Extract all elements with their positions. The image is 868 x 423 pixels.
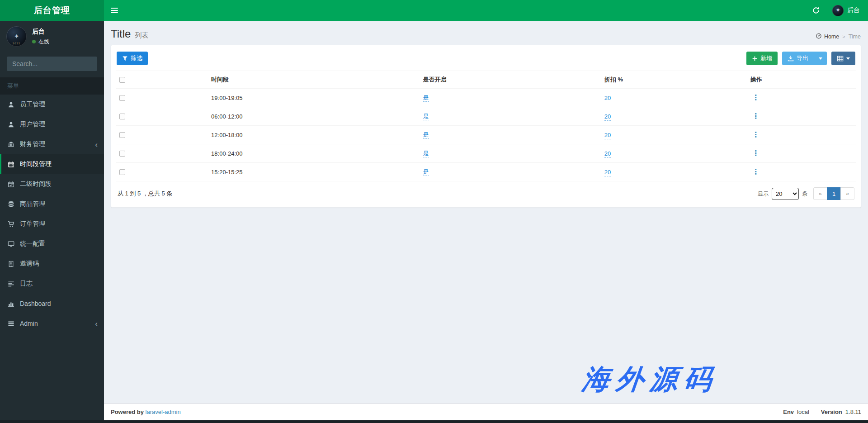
navbar-right: ✦ 后台 <box>806 0 868 21</box>
content-header: Title 列表 Home > Time <box>104 21 868 44</box>
sidebar-item-dashboard[interactable]: Dashboard <box>0 294 104 314</box>
sidebar-item-label: 员工管理 <box>20 100 45 109</box>
per-page-select[interactable]: 20 <box>772 188 799 200</box>
per-page-label: 显示 <box>758 190 769 198</box>
per-page-unit: 条 <box>802 190 807 198</box>
filter-icon <box>122 56 128 62</box>
discount-editable-link[interactable]: 20 <box>604 113 611 121</box>
grid-footer: 从 1 到 5 ，总共 5 条 显示 20 条 « 1 » <box>116 181 856 203</box>
filter-button-label: 筛选 <box>131 54 142 62</box>
row-actions-button[interactable]: ⋮ <box>750 131 761 138</box>
pagination-next-button[interactable]: » <box>840 187 854 200</box>
version-value: 1.8.11 <box>845 409 861 415</box>
row-actions-button[interactable]: ⋮ <box>750 150 761 157</box>
breadcrumb-current: Time <box>849 33 861 40</box>
online-status-dot <box>32 40 36 43</box>
enabled-editable-link[interactable]: 是 <box>423 94 429 102</box>
enabled-editable-link[interactable]: 是 <box>423 168 429 176</box>
download-icon <box>788 55 794 62</box>
app-logo[interactable]: 后台管理 <box>0 0 104 21</box>
admin-app: 后台管理 ✦ 后台 ✦ 2022 后台 <box>0 0 868 423</box>
discount-editable-link[interactable]: 20 <box>604 150 611 158</box>
table-row: 19:00-19:05是20⋮ <box>116 89 856 107</box>
desktop-icon <box>7 241 15 247</box>
row-actions-button[interactable]: ⋮ <box>750 168 761 176</box>
select-all-checkbox[interactable] <box>119 77 125 83</box>
row-actions-button[interactable]: ⋮ <box>750 94 761 101</box>
version-label: Version <box>821 409 842 415</box>
sidebar-item-label: 邀请码 <box>20 260 39 268</box>
chevron-left-icon: ‹ <box>95 141 98 148</box>
discount-editable-link[interactable]: 20 <box>604 169 611 176</box>
sidebar-user-panel: ✦ 2022 后台 在线 <box>0 21 104 53</box>
column-header-discount: 折扣 % <box>601 71 747 89</box>
powered-by-label: Powered by <box>111 409 144 415</box>
caret-down-icon <box>846 57 850 60</box>
laravel-admin-link[interactable]: laravel-admin <box>146 409 181 415</box>
breadcrumb: Home > Time <box>816 33 861 40</box>
sidebar-item-staff[interactable]: 员工管理 <box>0 95 104 114</box>
chevron-left-icon: ‹ <box>95 320 98 328</box>
navbar-user-menu[interactable]: ✦ 后台 <box>826 0 868 21</box>
sidebar-item-label: 财务管理 <box>20 140 45 148</box>
sidebar-item-logs[interactable]: 日志 <box>0 274 104 294</box>
sidebar-item-finance[interactable]: 财务管理‹ <box>0 134 104 154</box>
create-button[interactable]: 新增 <box>746 52 778 65</box>
table-row: 18:00-24:00是20⋮ <box>116 144 856 163</box>
sidebar-user-status: 在线 <box>32 38 49 46</box>
sidebar-user-status-label: 在线 <box>38 38 49 46</box>
sidebar-item-goods[interactable]: 商品管理 <box>0 194 104 214</box>
sidebar-toggle-button[interactable] <box>104 0 125 21</box>
sidebar: ✦ 2022 后台 在线 菜单 员工管理用户管理财务管理‹时间段管理二级时间段商… <box>0 21 104 420</box>
sidebar-item-time-period[interactable]: 时间段管理 <box>0 154 104 174</box>
row-checkbox[interactable] <box>119 132 125 138</box>
main-footer: Powered by laravel-admin Env local Versi… <box>104 403 868 420</box>
top-navbar: 后台管理 ✦ 后台 <box>0 0 868 21</box>
pagination-prev-button[interactable]: « <box>813 187 827 200</box>
sidebar-item-label: 订单管理 <box>20 220 45 228</box>
table-header-row: 时间段 是否开启 折扣 % 操作 <box>116 71 856 89</box>
row-checkbox[interactable] <box>119 114 125 119</box>
page-title: Title <box>111 28 131 40</box>
sidebar-item-config[interactable]: 统一配置 <box>0 234 104 254</box>
user-icon <box>7 121 15 128</box>
cell-period: 19:00-19:05 <box>208 89 419 107</box>
grid-icon <box>837 55 844 62</box>
sidebar-item-invite-code[interactable]: 邀请码 <box>0 254 104 274</box>
sidebar-item-sub-period[interactable]: 二级时间段 <box>0 174 104 194</box>
enabled-editable-link[interactable]: 是 <box>423 150 429 157</box>
grid-box: 筛选 新增 导出 <box>111 45 861 208</box>
discount-editable-link[interactable]: 20 <box>604 95 611 102</box>
row-checkbox[interactable] <box>119 95 125 101</box>
column-selector-button[interactable] <box>831 52 855 65</box>
row-checkbox[interactable] <box>119 151 125 157</box>
row-actions-button[interactable]: ⋮ <box>750 113 761 120</box>
app-logo-text: 后台管理 <box>34 5 70 16</box>
table-row: 12:00-18:00是20⋮ <box>116 126 856 144</box>
sidebar-item-orders[interactable]: 订单管理 <box>0 214 104 234</box>
export-dropdown-toggle[interactable] <box>814 52 827 65</box>
row-checkbox[interactable] <box>119 169 125 175</box>
page-subtitle: 列表 <box>135 31 148 40</box>
export-button[interactable]: 导出 <box>782 52 814 65</box>
list-icon <box>7 320 15 327</box>
column-header-enabled: 是否开启 <box>420 71 601 89</box>
refresh-button[interactable] <box>806 0 826 21</box>
enabled-editable-link[interactable]: 是 <box>423 131 429 139</box>
user-md-icon <box>7 101 15 108</box>
column-header-actions: 操作 <box>747 71 856 89</box>
sidebar-item-label: 用户管理 <box>20 120 45 128</box>
discount-editable-link[interactable]: 20 <box>604 132 611 139</box>
breadcrumb-home-link[interactable]: Home <box>816 33 839 40</box>
enabled-editable-link[interactable]: 是 <box>423 113 429 120</box>
search-input[interactable] <box>7 57 97 71</box>
gauge-icon <box>816 33 822 40</box>
sidebar-item-users[interactable]: 用户管理 <box>0 114 104 134</box>
sidebar-item-admin[interactable]: Admin‹ <box>0 314 104 333</box>
column-header-period: 时间段 <box>208 71 419 89</box>
plus-icon <box>752 56 758 62</box>
pagination-page-1-button[interactable]: 1 <box>827 187 841 200</box>
filter-button[interactable]: 筛选 <box>117 52 148 65</box>
export-button-group: 导出 <box>782 52 827 65</box>
avatar: ✦ 2022 <box>6 26 27 47</box>
